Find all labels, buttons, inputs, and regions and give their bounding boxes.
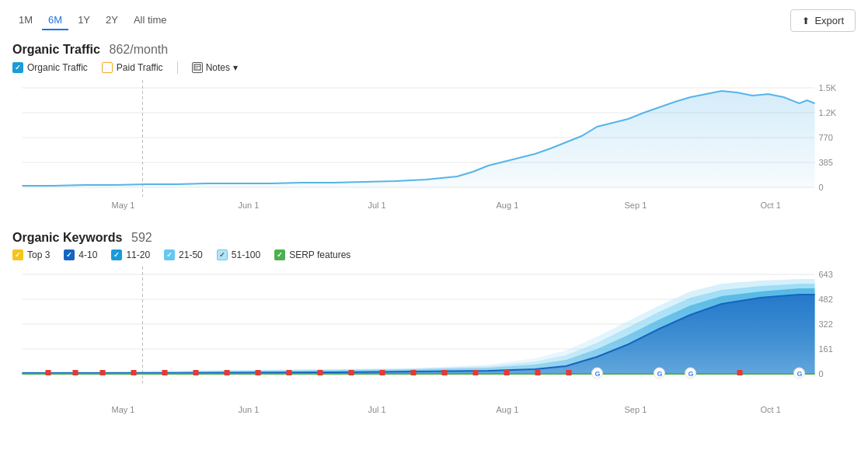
svg-text:Jul 1: Jul 1 (368, 201, 386, 210)
svg-rect-0 (194, 65, 200, 70)
svg-rect-43 (380, 370, 385, 375)
4-10-checkbox: ✓ (64, 249, 75, 260)
organic-traffic-header: Organic Traffic 862/month (12, 43, 856, 57)
paid-label: Paid Traffic (117, 62, 163, 73)
tab-2y[interactable]: 2Y (99, 11, 124, 30)
11-20-label: 11-20 (126, 249, 150, 260)
organic-traffic-chart-wrap: 1.5K 1.2K 770 385 0 May 1 Jun 1 Jul 1 Au… (12, 80, 856, 212)
paid-checkbox (102, 62, 113, 73)
svg-rect-47 (504, 370, 510, 375)
51-100-label: 51-100 (232, 249, 260, 260)
notes-label: Notes (206, 62, 230, 73)
svg-rect-42 (349, 370, 354, 375)
legend-4-10[interactable]: ✓ 4-10 (64, 249, 97, 260)
export-icon: ⬆ (802, 16, 810, 26)
organic-traffic-count: 862/month (110, 43, 169, 56)
svg-text:G: G (657, 370, 663, 378)
svg-rect-37 (193, 370, 199, 375)
export-button[interactable]: ⬆ Export (790, 9, 856, 32)
svg-text:482: 482 (819, 295, 833, 304)
svg-rect-38 (225, 370, 230, 375)
svg-rect-56 (737, 370, 743, 375)
tab-1m[interactable]: 1M (12, 11, 39, 30)
organic-keywords-legend: ✓ Top 3 ✓ 4-10 ✓ 11-20 ✓ 21-50 ✓ 51 (12, 249, 856, 260)
notes-icon (192, 62, 203, 73)
organic-traffic-title: Organic Traffic (12, 43, 100, 56)
legend-11-20[interactable]: ✓ 11-20 (111, 249, 150, 260)
svg-text:1.5K: 1.5K (819, 83, 837, 92)
svg-rect-45 (442, 370, 448, 375)
svg-rect-41 (318, 370, 323, 375)
legend-paid[interactable]: Paid Traffic (102, 62, 163, 73)
organic-label: Organic Traffic (27, 62, 88, 73)
svg-text:1.2K: 1.2K (819, 108, 837, 117)
svg-rect-34 (100, 370, 106, 375)
svg-text:0: 0 (819, 369, 824, 379)
legend-top3[interactable]: ✓ Top 3 (12, 249, 50, 260)
export-label: Export (814, 15, 844, 26)
51-100-checkbox: ✓ (217, 249, 228, 260)
svg-text:643: 643 (819, 270, 833, 279)
organic-traffic-legend: ✓ Organic Traffic Paid Traffic Notes ▾ (12, 61, 856, 74)
svg-text:Aug 1: Aug 1 (497, 201, 519, 210)
svg-rect-32 (46, 370, 51, 375)
svg-text:Oct 1: Oct 1 (761, 405, 781, 414)
svg-text:Jul 1: Jul 1 (368, 405, 386, 414)
legend-organic[interactable]: ✓ Organic Traffic (12, 62, 88, 73)
legend-51-100[interactable]: ✓ 51-100 (217, 249, 260, 260)
tab-6m[interactable]: 6M (42, 11, 68, 30)
svg-rect-35 (131, 370, 137, 375)
21-50-label: 21-50 (179, 249, 203, 260)
svg-text:322: 322 (819, 319, 833, 329)
top3-checkbox: ✓ (12, 249, 23, 260)
serp-checkbox: ✓ (274, 249, 285, 260)
svg-rect-44 (411, 370, 417, 375)
organic-keywords-header: Organic Keywords 592 (12, 231, 856, 245)
organic-keywords-section: Organic Keywords 592 ✓ Top 3 ✓ 4-10 ✓ 11… (12, 231, 856, 418)
organic-keywords-title: Organic Keywords (12, 231, 122, 244)
svg-text:Oct 1: Oct 1 (761, 201, 781, 210)
organic-traffic-chart: 1.5K 1.2K 770 385 0 May 1 Jun 1 Jul 1 Au… (12, 80, 856, 212)
tab-alltime[interactable]: All time (127, 11, 173, 30)
organic-keywords-chart-wrap: 643 482 322 161 0 (12, 267, 856, 418)
organic-traffic-section: Organic Traffic 862/month ✓ Organic Traf… (12, 43, 856, 212)
svg-rect-49 (566, 370, 572, 375)
legend-divider (177, 61, 178, 74)
svg-rect-48 (535, 370, 541, 375)
svg-rect-46 (473, 370, 479, 375)
svg-rect-36 (162, 370, 168, 375)
notes-button[interactable]: Notes ▾ (192, 62, 238, 73)
svg-text:Jun 1: Jun 1 (239, 201, 260, 210)
legend-serp[interactable]: ✓ SERP features (274, 249, 350, 260)
svg-text:770: 770 (819, 133, 833, 142)
serp-label: SERP features (289, 249, 350, 260)
11-20-checkbox: ✓ (111, 249, 122, 260)
notes-chevron-icon: ▾ (233, 62, 238, 73)
svg-text:Jun 1: Jun 1 (239, 405, 260, 414)
svg-rect-33 (73, 370, 78, 375)
organic-checkbox: ✓ (12, 62, 23, 73)
organic-keywords-count: 592 (131, 231, 152, 244)
svg-text:G: G (797, 370, 803, 378)
svg-text:161: 161 (819, 344, 833, 354)
svg-text:Sep 1: Sep 1 (625, 405, 647, 414)
21-50-checkbox: ✓ (164, 249, 175, 260)
svg-text:0: 0 (819, 183, 824, 192)
4-10-label: 4-10 (78, 249, 97, 260)
legend-21-50[interactable]: ✓ 21-50 (164, 249, 203, 260)
organic-keywords-chart: 643 482 322 161 0 (12, 267, 856, 418)
time-tabs-row: 1M 6M 1Y 2Y All time ⬆ Export (12, 9, 856, 32)
svg-rect-40 (287, 370, 292, 375)
svg-text:G: G (688, 370, 694, 378)
tab-1y[interactable]: 1Y (71, 11, 96, 30)
svg-text:Aug 1: Aug 1 (497, 405, 519, 414)
svg-text:G: G (595, 370, 601, 378)
svg-text:May 1: May 1 (112, 405, 135, 414)
svg-text:Sep 1: Sep 1 (625, 201, 647, 210)
top3-label: Top 3 (27, 249, 50, 260)
svg-rect-39 (256, 370, 261, 375)
svg-text:385: 385 (819, 158, 833, 167)
svg-text:May 1: May 1 (112, 201, 135, 210)
time-tabs-left: 1M 6M 1Y 2Y All time (12, 11, 173, 30)
